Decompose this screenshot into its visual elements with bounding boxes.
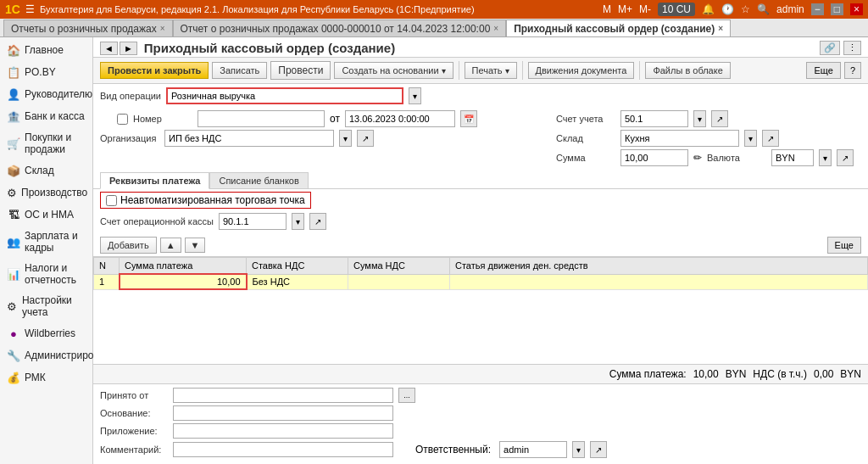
menu-icon[interactable]: ☰ bbox=[25, 3, 35, 15]
sidebar-item-pmk[interactable]: 💰 РМК bbox=[0, 366, 92, 389]
sklad-dropdown[interactable]: ▾ bbox=[744, 130, 757, 147]
organizaciya-input[interactable] bbox=[164, 130, 334, 147]
m-minus-button[interactable]: M- bbox=[639, 3, 651, 15]
move-down-btn[interactable]: ▼ bbox=[185, 238, 206, 253]
help-button[interactable]: ? bbox=[844, 62, 861, 79]
schet-kassy-input[interactable] bbox=[219, 213, 287, 230]
vid-operacii-dropdown[interactable]: ▾ bbox=[409, 87, 421, 104]
maximize-btn[interactable]: □ bbox=[831, 3, 843, 15]
otvetstvenny-dropdown[interactable]: ▾ bbox=[572, 441, 585, 458]
files-cloud-button[interactable]: Файлы в облаке bbox=[645, 62, 730, 79]
sidebar-item-bank[interactable]: 🏦 Банк и касса bbox=[0, 105, 92, 127]
valyuta-open-btn[interactable]: ↗ bbox=[837, 149, 854, 166]
sidebar-item-rukovoditely[interactable]: 👤 Руководителю bbox=[0, 83, 92, 105]
date-input[interactable] bbox=[345, 110, 455, 127]
summa-input[interactable] bbox=[620, 149, 688, 166]
sidebar-item-glavnoe[interactable]: 🏠 Главное bbox=[0, 39, 92, 61]
sidebar-item-os-nma[interactable]: 🏗 ОС и НМА bbox=[0, 204, 92, 226]
sidebar-item-nalogi[interactable]: 📊 Налоги и отчетность bbox=[0, 258, 92, 290]
add-button[interactable]: Добавить bbox=[100, 237, 157, 254]
minimize-btn[interactable]: − bbox=[811, 3, 824, 15]
summary-currency2: BYN bbox=[840, 368, 861, 380]
sidebar-item-proizvodstvo[interactable]: ⚙ Производство bbox=[0, 182, 92, 204]
otvetstvenny-open-btn[interactable]: ↗ bbox=[590, 441, 607, 458]
sep3 bbox=[639, 61, 640, 80]
movements-button[interactable]: Движения документа bbox=[528, 62, 635, 79]
post-button[interactable]: Провести bbox=[270, 61, 331, 80]
valyuta-dropdown[interactable]: ▾ bbox=[819, 149, 832, 166]
doc-header: ◄ ► Приходный кассовый ордер (создание) … bbox=[93, 37, 868, 58]
prilozhenie-input[interactable] bbox=[173, 423, 393, 439]
print-button[interactable]: Печать bbox=[465, 62, 517, 79]
tab-2-close[interactable]: × bbox=[718, 24, 723, 33]
sklad-open-btn[interactable]: ↗ bbox=[762, 130, 779, 147]
more-button[interactable]: Еще bbox=[806, 62, 840, 79]
more-icon-btn[interactable]: ⋮ bbox=[843, 41, 861, 55]
cell-statya[interactable] bbox=[450, 274, 868, 289]
cell-summa-platezha[interactable]: 10,00 bbox=[120, 274, 247, 289]
clock-icon[interactable]: 🕐 bbox=[721, 3, 734, 15]
close-btn[interactable]: × bbox=[850, 3, 863, 15]
write-button[interactable]: Записать bbox=[212, 62, 267, 79]
sidebar-item-sklad[interactable]: 📦 Склад bbox=[0, 159, 92, 182]
vid-operacii-input[interactable] bbox=[166, 87, 403, 104]
tab-1-close[interactable]: × bbox=[493, 24, 498, 33]
post-close-button[interactable]: Провести и закрыть bbox=[100, 62, 209, 79]
schet-ucheta-open-btn[interactable]: ↗ bbox=[711, 110, 728, 127]
valyuta-input[interactable] bbox=[771, 149, 814, 166]
sub-tab-spisanie[interactable]: Списание бланков bbox=[209, 172, 308, 188]
nomer-input[interactable] bbox=[198, 110, 325, 127]
sidebar-item-wildberries[interactable]: ● Wildberries bbox=[0, 322, 92, 344]
move-up-btn[interactable]: ▲ bbox=[160, 238, 181, 253]
nomer-row: Номер от 📅 bbox=[100, 110, 556, 127]
organizaciya-dropdown[interactable]: ▾ bbox=[339, 130, 352, 147]
m-plus-button[interactable]: M+ bbox=[618, 3, 632, 15]
tab-0[interactable]: Отчеты о розничных продажах × bbox=[3, 20, 173, 36]
summary-nds-value: 0,00 bbox=[814, 368, 833, 380]
prinyato-open-btn[interactable]: ... bbox=[398, 388, 415, 403]
otvetstvenny-input[interactable] bbox=[499, 441, 567, 458]
cell-summa-nds[interactable] bbox=[348, 274, 450, 289]
sub-tabs: Реквизиты платежа Списание бланков bbox=[93, 171, 868, 189]
m-button[interactable]: M bbox=[603, 3, 611, 15]
star-icon[interactable]: ☆ bbox=[741, 3, 750, 15]
prinyato-input[interactable] bbox=[173, 388, 393, 403]
prinyato-label: Принято от bbox=[100, 390, 168, 400]
neauto-container: Неавтоматизированная торговая точка bbox=[100, 192, 311, 209]
create-based-button[interactable]: Создать на основании bbox=[334, 62, 453, 79]
notification-icon[interactable]: 🔔 bbox=[702, 3, 715, 15]
sidebar-item-zarplata[interactable]: 👥 Зарплата и кадры bbox=[0, 226, 92, 258]
sub-tab-rekvizity[interactable]: Реквизиты платежа bbox=[100, 172, 209, 189]
schet-ucheta-label: Счет учета bbox=[556, 114, 615, 124]
link-icon-btn[interactable]: 🔗 bbox=[820, 41, 840, 55]
nav-forward-btn[interactable]: ► bbox=[120, 42, 137, 55]
schet-kassy-open-btn[interactable]: ↗ bbox=[309, 213, 326, 230]
neauto-checkbox[interactable] bbox=[106, 195, 117, 206]
date-picker-btn[interactable]: 📅 bbox=[460, 110, 477, 127]
nav-back-btn[interactable]: ◄ bbox=[100, 42, 118, 55]
tab-0-close[interactable]: × bbox=[160, 24, 165, 33]
osnovanie-input[interactable] bbox=[173, 405, 393, 421]
table-row[interactable]: 1 10,00 Без НДС bbox=[94, 274, 868, 289]
schet-kassy-dropdown[interactable]: ▾ bbox=[292, 213, 304, 230]
organizaciya-open-btn[interactable]: ↗ bbox=[357, 130, 374, 147]
sidebar-item-pokupki-label: Покупки и продажи bbox=[25, 131, 86, 155]
sidebar-item-poby[interactable]: 📋 PO.BY bbox=[0, 61, 92, 83]
kommentarii-input[interactable] bbox=[173, 442, 393, 457]
cell-stavka-nds[interactable]: Без НДС bbox=[247, 274, 348, 289]
schet-ucheta-input[interactable] bbox=[620, 110, 688, 127]
sklad-input[interactable] bbox=[620, 130, 739, 147]
sidebar-item-admin[interactable]: 🔧 Администрирование bbox=[0, 344, 92, 366]
tab-2[interactable]: Приходный кассовый ордер (создание) × bbox=[506, 20, 731, 36]
schet-ucheta-dropdown[interactable]: ▾ bbox=[693, 110, 706, 127]
tab-1[interactable]: Отчет о розничных продажах 0000-000010 о… bbox=[173, 20, 507, 36]
sklad-row: Склад ▾ ↗ bbox=[556, 130, 861, 147]
summa-edit-icon[interactable]: ✏ bbox=[693, 152, 702, 164]
table-more-btn[interactable]: Еще bbox=[827, 237, 861, 254]
search-icon[interactable]: 🔍 bbox=[757, 3, 770, 15]
summary-summa-label: Сумма платежа: bbox=[609, 368, 687, 380]
title-bar-left: 1С ☰ Бухгалтерия для Беларуси, редакция … bbox=[5, 3, 475, 16]
sidebar-item-pokupki[interactable]: 🛒 Покупки и продажи bbox=[0, 127, 92, 159]
sidebar-item-nastroiki[interactable]: ⚙ Настройки учета bbox=[0, 290, 92, 322]
nomer-checkbox[interactable] bbox=[117, 114, 128, 125]
